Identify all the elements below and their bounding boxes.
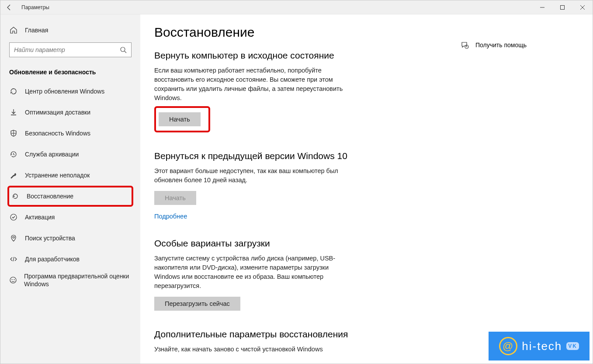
section-more-recovery: Дополнительные параметры восстановления … xyxy=(154,329,461,354)
goback-start-button: Начать xyxy=(154,191,196,205)
vk-badge: VK xyxy=(566,342,579,350)
highlight-start-button: Начать xyxy=(154,106,210,132)
sidebar-item-label: Поиск устройства xyxy=(25,235,75,242)
svg-point-2 xyxy=(10,214,17,220)
search-icon xyxy=(120,46,127,53)
svg-point-5 xyxy=(12,279,13,280)
section-go-back: Вернуться к предыдущей версии Windows 10… xyxy=(154,151,461,220)
insider-icon xyxy=(9,276,17,284)
highlight-recovery: Восстановление xyxy=(7,186,133,207)
sidebar-item-label: Центр обновления Windows xyxy=(25,88,104,95)
sidebar-item-windows-update[interactable]: Центр обновления Windows xyxy=(0,81,140,102)
svg-point-4 xyxy=(10,277,16,283)
maximize-icon xyxy=(560,5,565,10)
section-body: Запустите систему с устройства либо диск… xyxy=(154,254,347,291)
svg-rect-0 xyxy=(561,5,565,9)
refresh-icon xyxy=(9,87,18,96)
recovery-icon xyxy=(11,192,20,201)
sidebar-item-label: Восстановление xyxy=(27,193,73,200)
sidebar-item-for-developers[interactable]: Для разработчиков xyxy=(0,249,140,270)
sidebar-item-label: Активация xyxy=(25,214,55,221)
sidebar-item-label: Устранение неполадок xyxy=(25,172,90,179)
sidebar-item-find-device[interactable]: Поиск устройства xyxy=(0,228,140,249)
sidebar-item-delivery-optimization[interactable]: Оптимизация доставки xyxy=(0,102,140,123)
page-title: Восстановление xyxy=(154,25,461,40)
section-body: Узнайте, как начать заново с чистой уста… xyxy=(154,345,347,354)
wrench-icon xyxy=(9,171,18,180)
sidebar-item-label: Безопасность Windows xyxy=(25,130,90,137)
home-icon xyxy=(9,26,18,35)
sidebar-item-label: Программа предварительной оценки Windows xyxy=(24,272,132,288)
minimize-button[interactable] xyxy=(532,0,552,14)
nav-list: Центр обновления Windows Оптимизация дос… xyxy=(0,81,140,291)
download-icon xyxy=(9,108,18,117)
restart-now-button[interactable]: Перезагрузить сейчас xyxy=(154,297,240,311)
location-icon xyxy=(9,234,18,243)
get-help-link[interactable]: Получить помощь xyxy=(461,41,579,49)
help-icon xyxy=(461,41,469,49)
home-label: Главная xyxy=(25,27,48,34)
sidebar-item-label: Служба архивации xyxy=(25,151,79,158)
at-icon: @ xyxy=(499,337,517,355)
section-body: Этот вариант больше недоступен, так как … xyxy=(154,166,347,185)
section-heading: Вернуть компьютер в исходное состояние xyxy=(154,50,461,61)
goback-more-link[interactable]: Подробнее xyxy=(154,213,187,220)
home-button[interactable]: Главная xyxy=(0,21,140,39)
section-advanced-startup: Особые варианты загрузки Запустите систе… xyxy=(154,238,461,311)
help-label: Получить помощь xyxy=(475,42,527,49)
section-body: Если ваш компьютер работает нестабильно,… xyxy=(154,66,347,103)
right-panel: Получить помощь xyxy=(461,25,579,364)
sidebar-item-troubleshoot[interactable]: Устранение неполадок xyxy=(0,165,140,186)
sidebar-item-windows-security[interactable]: Безопасность Windows xyxy=(0,123,140,144)
sidebar-section-title: Обновление и безопасность xyxy=(0,61,140,81)
check-circle-icon xyxy=(9,213,18,222)
svg-point-6 xyxy=(14,279,15,280)
sidebar-item-label: Оптимизация доставки xyxy=(25,109,90,116)
sidebar-item-backup[interactable]: Служба архивации xyxy=(0,144,140,165)
sidebar-item-activation[interactable]: Активация xyxy=(0,207,140,228)
section-heading: Вернуться к предыдущей версии Windows 10 xyxy=(154,151,461,161)
section-heading: Особые варианты загрузки xyxy=(154,238,461,249)
title-bar: Параметры xyxy=(0,0,593,14)
sidebar-item-label: Для разработчиков xyxy=(25,256,80,263)
developer-icon xyxy=(9,255,18,263)
back-button[interactable] xyxy=(0,0,18,14)
close-button[interactable] xyxy=(572,0,593,14)
main-content: Восстановление Вернуть компьютер в исход… xyxy=(154,25,461,364)
svg-point-1 xyxy=(121,47,125,52)
maximize-button[interactable] xyxy=(552,0,572,14)
close-icon xyxy=(580,5,585,10)
sidebar-item-insider-program[interactable]: Программа предварительной оценки Windows xyxy=(0,270,140,291)
sidebar: Главная Обновление и безопасность Центр … xyxy=(0,14,140,364)
search-input[interactable] xyxy=(9,42,132,57)
history-icon xyxy=(9,150,18,159)
watermark-text: hi-tech xyxy=(522,340,562,353)
sidebar-item-recovery[interactable]: Восстановление xyxy=(9,187,132,205)
minimize-icon xyxy=(540,5,545,10)
search-field[interactable] xyxy=(14,46,120,53)
svg-point-3 xyxy=(13,236,14,238)
section-reset-pc: Вернуть компьютер в исходное состояние Е… xyxy=(154,50,461,132)
watermark: @ hi-tech VK xyxy=(489,332,590,361)
window-title: Параметры xyxy=(21,4,49,10)
section-heading: Дополнительные параметры восстановления xyxy=(154,329,461,340)
shield-icon xyxy=(9,129,18,138)
reset-start-button[interactable]: Начать xyxy=(159,112,201,126)
arrow-left-icon xyxy=(6,4,13,11)
